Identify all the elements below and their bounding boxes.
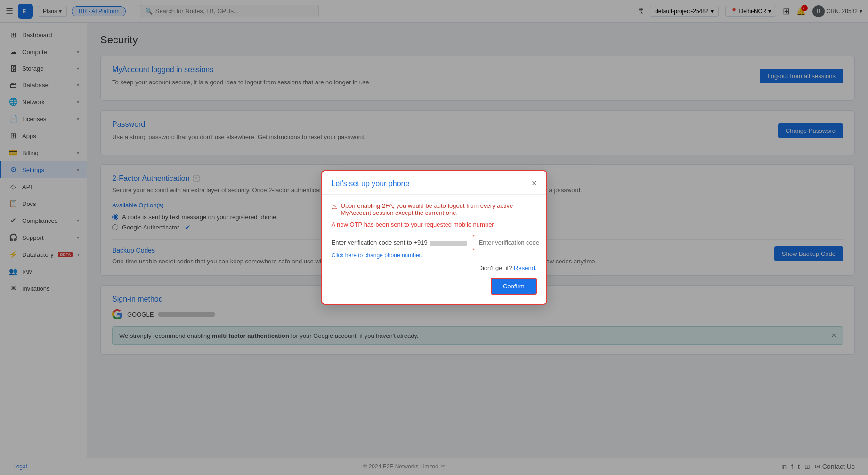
confirm-button[interactable]: Confirm bbox=[491, 278, 537, 295]
input-label: Enter verification code sent to +919 bbox=[332, 239, 467, 246]
modal-warning: ⚠ Upon enabling 2FA, you would be auto-l… bbox=[332, 202, 537, 216]
warning-icon: ⚠ bbox=[332, 203, 337, 210]
modal-body: ⚠ Upon enabling 2FA, you would be auto-l… bbox=[322, 195, 546, 304]
modal-footer: Confirm bbox=[332, 278, 537, 295]
resend-row: Didn't get it? Resend. bbox=[332, 264, 537, 271]
modal-overlay[interactable]: Let's set up your phone × ⚠ Upon enablin… bbox=[0, 0, 868, 475]
modal-title: Let's set up your phone bbox=[332, 180, 410, 188]
resend-prefix: Didn't get it? bbox=[479, 264, 512, 271]
modal-warning-text: Upon enabling 2FA, you would be auto-log… bbox=[341, 202, 537, 216]
change-phone-link[interactable]: Click here to change phone number. bbox=[332, 252, 537, 259]
modal-close-button[interactable]: × bbox=[532, 179, 537, 188]
modal-input-row: Enter verification code sent to +919 bbox=[332, 235, 537, 250]
verification-code-input[interactable] bbox=[473, 235, 547, 250]
modal-header: Let's set up your phone × bbox=[322, 171, 546, 195]
otp-sent-text: A new OTP has been sent to your requeste… bbox=[332, 221, 537, 228]
verification-modal: Let's set up your phone × ⚠ Upon enablin… bbox=[321, 170, 547, 305]
resend-link[interactable]: Resend. bbox=[514, 264, 536, 271]
